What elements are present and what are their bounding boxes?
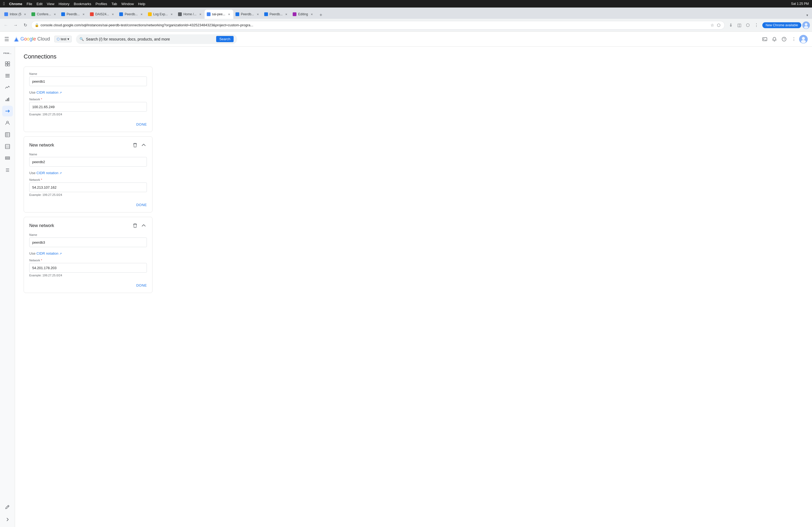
more-options-icon[interactable]: ⋮ <box>753 21 760 29</box>
sidebar-item-table1[interactable] <box>2 129 13 140</box>
tab-list-button[interactable]: ▾ <box>804 11 810 19</box>
extension-mgr-icon[interactable]: ⬡ <box>744 21 752 29</box>
use-cidr-prefix-2: Use <box>29 171 35 175</box>
cidr-notation-link-3[interactable]: CIDR notation <box>37 252 59 255</box>
more-dots-icon[interactable]: ⋮ <box>789 35 798 44</box>
network-input-2[interactable] <box>29 182 147 192</box>
network-hint-2: Example: 199.27.25.0/24 <box>29 193 147 196</box>
done-button-2[interactable]: DONE <box>29 201 147 207</box>
network-input-3[interactable] <box>29 263 147 273</box>
tab-conf[interactable]: Confere... ✕ <box>29 10 59 19</box>
address-input-wrap[interactable]: 🔒 console.cloud.google.com/sql/instances… <box>31 21 725 30</box>
sidebar-item-monitor[interactable] <box>2 82 13 93</box>
menu-window[interactable]: Window <box>121 2 134 6</box>
tab-title-peerdb2: Peerdb... <box>125 12 138 16</box>
tab-peerdb2[interactable]: Peerdb... ✕ <box>117 10 146 19</box>
collapse-icon-3[interactable] <box>141 223 147 229</box>
sidebar-edit-icon[interactable] <box>2 502 13 513</box>
menu-view[interactable]: View <box>47 2 54 6</box>
card-title-2: New network <box>29 143 54 148</box>
forward-button[interactable]: → <box>12 21 19 29</box>
profile-avatar[interactable] <box>802 21 810 29</box>
sidebar-item-dashboard[interactable] <box>2 59 13 69</box>
delete-icon-3[interactable] <box>132 223 138 229</box>
tab-close-sai[interactable]: ✕ <box>227 12 231 16</box>
tab-close-peerdb3[interactable]: ✕ <box>256 12 260 16</box>
sidebar-item-storage[interactable] <box>2 153 13 164</box>
cloud-shell-icon[interactable] <box>760 35 769 44</box>
menu-help[interactable]: Help <box>138 2 145 6</box>
svg-rect-18 <box>6 100 6 101</box>
bookmark-icon[interactable]: ☆ <box>709 22 715 28</box>
refresh-button[interactable]: ↻ <box>21 21 29 29</box>
gc-search-button[interactable]: Search <box>216 36 234 42</box>
tab-close-dais[interactable]: ✕ <box>111 12 115 16</box>
back-button[interactable]: ← <box>2 21 10 29</box>
tab-peerdb1[interactable]: Peerdb... ✕ <box>59 10 88 19</box>
extension-icon[interactable]: ⬡ <box>716 22 721 28</box>
use-cidr-prefix-1: Use <box>29 90 35 94</box>
tab-peerdb3[interactable]: Peerdb... ✕ <box>233 10 262 19</box>
tab-saipee[interactable]: sai-pee... ✕ <box>205 10 233 19</box>
tab-close-gmail[interactable]: ✕ <box>23 12 27 16</box>
tab-close-peerdb4[interactable]: ✕ <box>284 12 288 16</box>
sidebar-item-activity[interactable] <box>2 70 13 81</box>
sidebar-item-users[interactable] <box>2 118 13 128</box>
done-button-1[interactable]: DONE <box>29 120 147 126</box>
new-chrome-available-button[interactable]: New Chrome available <box>762 22 801 28</box>
gc-account-avatar[interactable] <box>799 35 808 44</box>
menu-tab[interactable]: Tab <box>112 2 117 6</box>
card-actions-3 <box>132 223 147 229</box>
menu-file[interactable]: File <box>27 2 32 6</box>
network-input-1[interactable] <box>29 102 147 111</box>
project-selector[interactable]: ⬡ test ▾ <box>54 36 72 42</box>
tab-title-peerdb1: Peerdb... <box>67 12 80 16</box>
tab-close-conf[interactable]: ✕ <box>53 12 57 16</box>
external-link-icon-3: ↗ <box>59 252 62 255</box>
done-button-3[interactable]: DONE <box>29 281 147 287</box>
delete-icon-2[interactable] <box>132 142 138 148</box>
hamburger-menu[interactable]: ☰ <box>4 36 9 42</box>
tab-home[interactable]: Home /... ✕ <box>176 10 205 19</box>
collapse-icon-2[interactable] <box>141 142 147 148</box>
menu-bookmarks[interactable]: Bookmarks <box>74 2 91 6</box>
cidr-notation-link-2[interactable]: CIDR notation <box>37 171 59 175</box>
tab-close-peerdb1[interactable]: ✕ <box>81 12 86 16</box>
cidr-notation-link-1[interactable]: CIDR notation <box>37 90 59 94</box>
menu-profiles[interactable]: Profiles <box>96 2 107 6</box>
tab-close-peerdb2[interactable]: ✕ <box>139 12 144 16</box>
sidebar-item-list[interactable] <box>2 165 13 176</box>
new-tab-button[interactable]: + <box>317 11 325 19</box>
svg-rect-13 <box>5 64 7 66</box>
tab-peerdb4[interactable]: Peerdb... ✕ <box>262 10 291 19</box>
apple-menu[interactable]:  <box>3 1 5 6</box>
tab-editing[interactable]: Editing ✕ <box>291 10 316 19</box>
sidebar-item-connections[interactable] <box>2 106 13 117</box>
menu-history[interactable]: History <box>59 2 69 6</box>
sidebar-item-chart[interactable] <box>2 94 13 105</box>
tab-close-log[interactable]: ✕ <box>170 12 174 16</box>
help-icon[interactable]: ? <box>780 35 788 44</box>
tab-gmail[interactable]: Inbox (5 ✕ <box>2 10 29 19</box>
name-input-3[interactable] <box>29 238 147 247</box>
name-input-1[interactable] <box>29 76 147 86</box>
tab-favicon-gmail <box>4 12 8 16</box>
tab-favicon-peerdb3 <box>235 12 239 16</box>
notifications-icon[interactable] <box>770 35 779 44</box>
cast-icon[interactable]: ◫ <box>736 21 743 29</box>
tab-dais[interactable]: DAIS24... ✕ <box>88 10 117 19</box>
gc-search-input[interactable] <box>86 37 214 41</box>
menu-chrome[interactable]: Chrome <box>9 2 22 6</box>
name-input-2[interactable] <box>29 157 147 167</box>
tab-close-editing[interactable]: ✕ <box>309 12 314 16</box>
download-icon[interactable]: ⇓ <box>727 21 735 29</box>
sidebar-item-table2[interactable] <box>2 141 13 152</box>
tab-close-home[interactable]: ✕ <box>198 12 202 16</box>
sidebar-expand-icon[interactable] <box>2 514 13 525</box>
gc-search-bar[interactable]: 🔍 Search <box>76 34 237 44</box>
network-field-2: Network * Example: 199.27.25.0/24 <box>29 178 147 196</box>
search-icon: 🔍 <box>79 37 84 41</box>
tab-title-sai: sai-pee... <box>212 12 225 16</box>
tab-logexp[interactable]: Log Exp... ✕ <box>146 10 176 19</box>
menu-edit[interactable]: Edit <box>37 2 42 6</box>
